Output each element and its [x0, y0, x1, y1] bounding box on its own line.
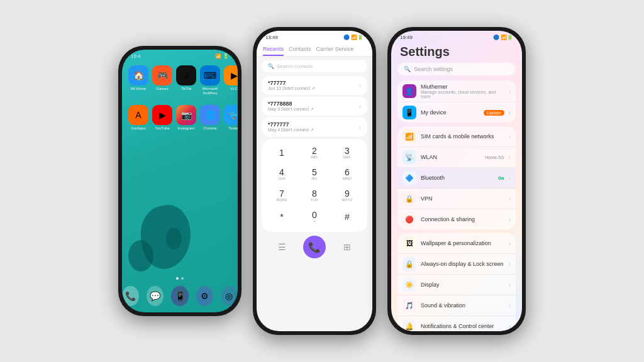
- tab-carrier[interactable]: Carrier Service: [316, 45, 354, 56]
- status-bar-settings: 19:49 🔵 📶🔋: [391, 31, 522, 42]
- search-placeholder: Search settings: [414, 66, 453, 72]
- call-arrow-3: ›: [359, 124, 361, 131]
- dock-phone[interactable]: 📞: [122, 286, 139, 306]
- tab-contacts[interactable]: Contacts: [289, 45, 311, 56]
- my-device-icon: 📱: [402, 106, 416, 119]
- app-grid-row2: A GetApps ▶ YouTube 📷 Instagram 🌐 Chrome…: [122, 100, 238, 136]
- call-item-1[interactable]: *77777 Jun 13 Didn't connect ↗ ›: [262, 76, 367, 95]
- app-icon-getapps: A: [128, 105, 148, 125]
- dialer-bottom-bar: ☰ 📞 ⊞: [257, 232, 372, 262]
- wallpaper-text: Wallpaper & personalization: [421, 240, 504, 246]
- display-arrow: ›: [509, 282, 511, 288]
- connection-item[interactable]: 🔴 Connection & sharing ›: [397, 209, 516, 229]
- notifications-label: Notifications & Control center: [421, 323, 504, 329]
- key-2[interactable]: 2ABC: [301, 143, 328, 163]
- display-label: Display: [421, 282, 504, 288]
- app-label-vlc: VLC: [230, 87, 238, 91]
- app-label-instagram: Instagram: [178, 126, 195, 131]
- dot-1: [176, 277, 179, 280]
- connection-label: Connection & sharing: [421, 216, 504, 222]
- key-1[interactable]: 1: [268, 143, 296, 163]
- call-info-2: May 9 Didn't connect ↗: [268, 107, 359, 112]
- search-contacts-bar[interactable]: 🔍 Search contacts: [262, 60, 367, 72]
- my-device-item[interactable]: 📱 My device Update ›: [397, 102, 516, 123]
- vpn-arrow: ›: [509, 195, 511, 202]
- profile-item[interactable]: 👤 Miuthemer Manage accounts, cloud servi…: [397, 80, 516, 102]
- app-label-swiftkey: Microsoft SwiftKey: [200, 87, 220, 95]
- lock-screen-arrow: ›: [509, 261, 511, 268]
- app-youtube[interactable]: ▶ YouTube: [152, 105, 172, 131]
- wlan-item[interactable]: 📡 WLAN Home-5G ›: [397, 147, 516, 168]
- app-twitter[interactable]: 🐦 Twitter: [224, 105, 238, 131]
- bluetooth-item[interactable]: 🔷 Bluetooth On ›: [397, 168, 516, 189]
- key-8[interactable]: 8TUV: [301, 185, 328, 206]
- call-item-3-text: *777777 May 4 Didn't connect ↗: [268, 121, 359, 133]
- app-icon-tiktok: ♪: [176, 65, 196, 85]
- call-number-3: *777777: [268, 121, 359, 128]
- app-label-getapps: GetApps: [131, 126, 145, 131]
- numpad-row-2: 4GHI 5JKL 6MNO: [265, 164, 364, 184]
- wallpaper-label: Wallpaper & personalization: [421, 240, 504, 246]
- profile-avatar: 👤: [402, 84, 416, 98]
- key-0[interactable]: 0+: [301, 207, 328, 227]
- key-3[interactable]: 3DEF: [333, 143, 361, 163]
- key-5[interactable]: 5JKL: [301, 164, 328, 184]
- app-icon-games: 🎮: [152, 65, 172, 85]
- app-swiftkey[interactable]: ⌨ Microsoft SwiftKey: [200, 65, 220, 95]
- bluetooth-icon: 🔷: [402, 171, 416, 185]
- app-mi-home[interactable]: 🏠 Mi Home: [128, 65, 148, 95]
- key-6[interactable]: 6MNO: [333, 164, 361, 184]
- key-9[interactable]: 9WXYZ: [333, 185, 361, 206]
- app-tiktok[interactable]: ♪ TikTok: [176, 65, 196, 95]
- sim-item[interactable]: 📶 SIM cards & mobile networks ›: [397, 126, 516, 147]
- wlan-label: WLAN: [421, 154, 480, 160]
- dialer-menu-icon[interactable]: ☰: [278, 242, 286, 252]
- lock-screen-item[interactable]: 🔒 Always-on display & Lock screen ›: [397, 254, 516, 275]
- update-badge[interactable]: Update: [484, 110, 504, 116]
- dock-apps[interactable]: 📱: [171, 286, 188, 306]
- app-label-twitter: Twitter: [228, 126, 238, 131]
- app-icon-youtube: ▶: [152, 105, 172, 125]
- notifications-item[interactable]: 🔔 Notifications & Control center ›: [397, 316, 516, 331]
- dock-settings[interactable]: ⚙: [196, 286, 213, 306]
- call-item-2[interactable]: *7778888 May 9 Didn't connect ↗ ›: [262, 97, 367, 116]
- call-item-3[interactable]: *777777 May 4 Didn't connect ↗ ›: [262, 118, 367, 136]
- call-info-3: May 4 Didn't connect ↗: [268, 128, 359, 133]
- call-info-1: Jun 13 Didn't connect ↗: [268, 86, 359, 91]
- vpn-item[interactable]: 🔒 VPN ›: [397, 189, 516, 209]
- sound-arrow: ›: [509, 302, 511, 309]
- app-getapps[interactable]: A GetApps: [128, 105, 148, 131]
- notifications-text: Notifications & Control center: [421, 323, 504, 329]
- tab-recents[interactable]: Recents: [263, 45, 284, 56]
- app-icon-chrome: 🌐: [200, 105, 220, 125]
- app-games[interactable]: 🎮 Games: [152, 65, 172, 95]
- display-item[interactable]: ☀️ Display ›: [397, 275, 516, 295]
- sound-item[interactable]: 🎵 Sound & vibration ›: [397, 295, 516, 316]
- display-icon: ☀️: [402, 278, 416, 292]
- app-chrome[interactable]: 🌐 Chrome: [200, 105, 220, 131]
- key-hash[interactable]: #: [333, 207, 361, 227]
- app-vlc[interactable]: ▶ VLC: [224, 65, 238, 95]
- sound-label: Sound & vibration: [421, 302, 504, 309]
- call-button[interactable]: 📞: [303, 236, 326, 258]
- key-star[interactable]: *: [268, 207, 296, 227]
- wallpaper-item[interactable]: 🖼 Wallpaper & personalization ›: [397, 233, 516, 254]
- dock-search[interactable]: ◎: [221, 286, 238, 306]
- signal-home: 📶 🔋: [215, 53, 229, 59]
- app-instagram[interactable]: 📷 Instagram: [176, 105, 196, 131]
- page-indicator: [122, 277, 238, 280]
- key-4[interactable]: 4GHI: [268, 164, 296, 184]
- connection-arrow: ›: [509, 216, 511, 223]
- key-7[interactable]: 7PQRS: [268, 185, 296, 206]
- dialer-tabs: Recents Contacts Carrier Service: [257, 42, 372, 57]
- bluetooth-badge: On: [498, 176, 504, 180]
- notifications-icon: 🔔: [402, 319, 416, 331]
- settings-search-bar[interactable]: 🔍 Search settings: [397, 63, 516, 75]
- dock-messages[interactable]: 💬: [147, 286, 164, 306]
- display-text: Display: [421, 282, 504, 288]
- dialer-grid-icon[interactable]: ⊞: [343, 242, 351, 252]
- my-device-label: My device: [421, 109, 479, 116]
- network-section: 📶 SIM cards & mobile networks › 📡 WLAN H…: [397, 126, 516, 229]
- app-label-mi-home: Mi Home: [131, 87, 146, 91]
- app-label-youtube: YouTube: [155, 126, 170, 131]
